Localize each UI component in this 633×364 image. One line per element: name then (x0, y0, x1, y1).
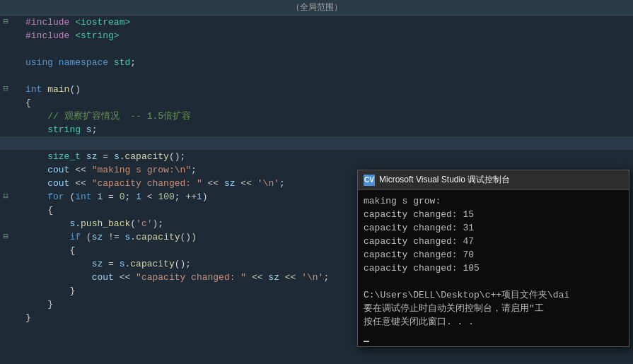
console-prompt-2: 按任意键关闭此窗口. . . (364, 315, 623, 329)
fold-icon[interactable]: ⊟ (0, 230, 14, 244)
console-line-1: making s grow: (364, 194, 623, 208)
code-line: // 观察扩容情况 -- 1.5倍扩容 (0, 110, 633, 123)
console-line-3: capacity changed: 31 (364, 221, 623, 235)
code-line: size_t sz = s.capacity(); (0, 150, 633, 163)
code-line (0, 42, 633, 56)
code-line: ⊟ int main() (0, 83, 633, 96)
console-line-4: capacity changed: 47 (364, 235, 623, 248)
code-line: ⊟ #include <iostream> (0, 16, 633, 29)
console-line-2: capacity changed: 15 (364, 208, 623, 221)
code-line: { (0, 96, 633, 110)
console-blank (364, 275, 623, 288)
fold-icon[interactable]: ⊟ (0, 16, 14, 29)
code-line: #include <string> (0, 29, 633, 42)
code-line (0, 69, 633, 83)
code-line: using namespace std; (0, 56, 633, 69)
console-prompt-1: 要在调试停止时自动关闭控制台，请启用"工 (364, 302, 623, 315)
console-line-6: capacity changed: 105 (364, 262, 623, 275)
fold-icon[interactable]: ⊟ (0, 190, 14, 204)
console-cursor (364, 329, 623, 342)
console-window[interactable]: CV Microsoft Visual Studio 调试控制台 making … (357, 170, 629, 347)
console-line-5: capacity changed: 70 (364, 248, 623, 262)
code-line-highlighted (0, 136, 633, 150)
console-path: C:\Users\DELL\Desktop\c++项目文件夹\dai (364, 288, 623, 302)
vs-icon: CV (364, 175, 375, 186)
code-line: string s; (0, 123, 633, 136)
console-body: making s grow: capacity changed: 15 capa… (358, 190, 629, 346)
console-title: Microsoft Visual Studio 调试控制台 (379, 174, 510, 186)
console-titlebar: CV Microsoft Visual Studio 调试控制台 (358, 170, 629, 190)
fold-icon[interactable]: ⊟ (0, 83, 14, 96)
scope-hint: （全局范围） (0, 0, 633, 16)
code-editor: （全局范围） ⊟ #include <iostream> #include <s… (0, 0, 633, 364)
